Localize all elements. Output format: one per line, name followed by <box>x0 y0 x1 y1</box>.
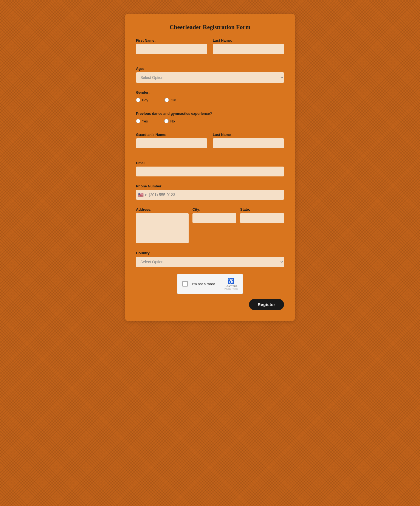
guardian-first-name-group: Guardian's Name: <box>136 133 207 148</box>
gender-girl-text: Girl <box>171 98 176 102</box>
age-label: Age: <box>136 67 284 71</box>
country-group: Country Select Option United States Cana… <box>136 251 284 267</box>
gender-boy-radio[interactable] <box>136 98 140 102</box>
experience-yes-text: Yes <box>142 119 148 123</box>
captcha-logo-icon: ♿ <box>228 278 234 284</box>
email-label: Email <box>136 161 284 165</box>
guardian-first-name-label: Guardian's Name: <box>136 133 207 137</box>
experience-group: Previous dance and gymnastics experience… <box>136 112 284 125</box>
experience-no-label[interactable]: No <box>164 119 175 123</box>
name-row: First Name: Last Name: <box>136 38 284 59</box>
gender-girl-radio[interactable] <box>164 98 169 102</box>
phone-group: Phone Number 🇺🇸 ▾ <box>136 184 284 200</box>
phone-wrapper: 🇺🇸 ▾ <box>136 190 284 200</box>
gender-group: Gender: Boy Girl <box>136 90 284 104</box>
experience-label: Previous dance and gymnastics experience… <box>136 112 284 116</box>
registration-form: Cheerleader Registration Form First Name… <box>125 14 295 321</box>
city-input[interactable] <box>192 213 236 223</box>
last-name-group: Last Name: <box>213 38 284 54</box>
register-button[interactable]: Register <box>249 299 284 310</box>
experience-yes-radio[interactable] <box>136 119 140 123</box>
city-group: City: <box>192 207 236 243</box>
guardian-first-name-input[interactable] <box>136 138 207 148</box>
gender-boy-text: Boy <box>142 98 148 102</box>
first-name-group: First Name: <box>136 38 207 54</box>
captcha-box[interactable]: I'm not a robot ♿ reCAPTCHA Privacy - Te… <box>177 274 243 294</box>
phone-label: Phone Number <box>136 184 284 188</box>
guardian-last-name-label: Last Name <box>213 133 284 137</box>
captcha-logo-label: reCAPTCHA <box>225 285 237 287</box>
experience-no-radio[interactable] <box>164 119 169 123</box>
phone-dropdown-icon[interactable]: ▾ <box>145 193 147 197</box>
address-input[interactable] <box>136 213 189 243</box>
gender-boy-label[interactable]: Boy <box>136 98 148 102</box>
last-name-label: Last Name: <box>213 38 284 42</box>
phone-input[interactable] <box>148 190 282 200</box>
captcha-checkbox[interactable] <box>182 281 188 287</box>
register-row: Register <box>136 299 284 310</box>
address-row: Address: City: State: <box>136 207 284 243</box>
last-name-input[interactable] <box>213 44 284 54</box>
guardian-last-name-group: Last Name <box>213 133 284 148</box>
guardian-row: Guardian's Name: Last Name <box>136 133 284 153</box>
address-group: Address: <box>136 207 189 243</box>
address-label: Address: <box>136 207 189 211</box>
experience-radio-group: Yes No <box>136 119 284 125</box>
guardian-last-name-input[interactable] <box>213 138 284 148</box>
captcha-text: I'm not a robot <box>192 282 220 286</box>
age-group: Age: Select Option 5 6 7 8 9 10 11 12 13… <box>136 67 284 83</box>
first-name-input[interactable] <box>136 44 207 54</box>
captcha-wrapper: I'm not a robot ♿ reCAPTCHA Privacy - Te… <box>136 274 284 294</box>
age-select[interactable]: Select Option 5 6 7 8 9 10 11 12 13 14 1… <box>136 72 284 83</box>
state-group: State: <box>240 207 284 243</box>
captcha-logo-sub: Privacy - Terms <box>225 288 238 290</box>
country-select[interactable]: Select Option United States Canada Unite… <box>136 257 284 267</box>
email-input[interactable] <box>136 167 284 176</box>
city-label: City: <box>192 207 236 211</box>
email-group: Email <box>136 161 284 176</box>
experience-no-text: No <box>170 119 175 123</box>
state-input[interactable] <box>240 213 284 223</box>
form-title: Cheerleader Registration Form <box>136 24 284 31</box>
gender-label: Gender: <box>136 90 284 95</box>
phone-flag-icon: 🇺🇸 <box>138 192 144 198</box>
gender-girl-label[interactable]: Girl <box>164 98 176 102</box>
gender-radio-group: Boy Girl <box>136 98 284 104</box>
country-label: Country <box>136 251 284 255</box>
captcha-logo: ♿ reCAPTCHA Privacy - Terms <box>225 278 238 290</box>
first-name-label: First Name: <box>136 38 207 42</box>
experience-yes-label[interactable]: Yes <box>136 119 148 123</box>
state-label: State: <box>240 207 284 211</box>
